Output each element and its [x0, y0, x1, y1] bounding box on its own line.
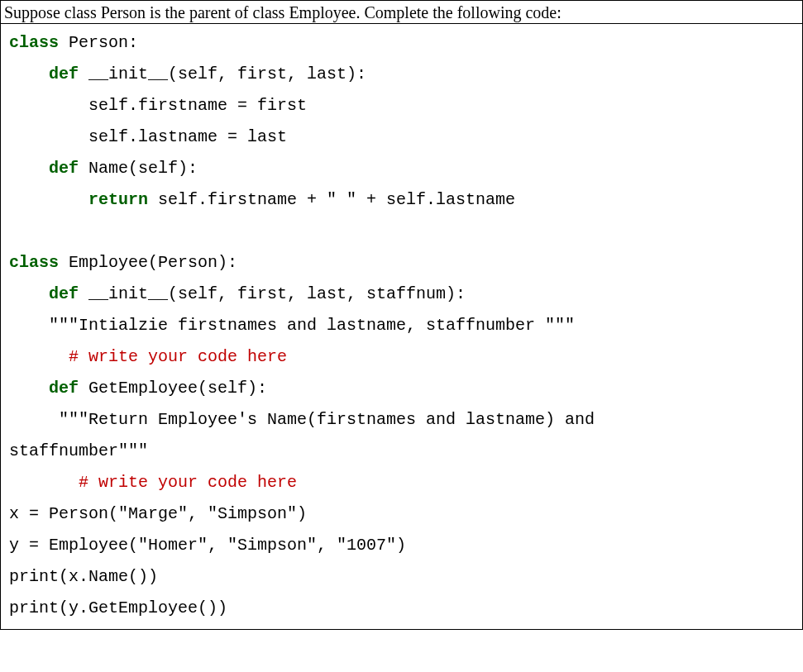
- keyword-class: class: [9, 253, 59, 272]
- code-text: GetEmployee(self):: [79, 379, 267, 398]
- code-text: self.firstname = first: [9, 96, 307, 115]
- keyword-class: class: [9, 33, 59, 52]
- docstring: """Intialzie firstnames and lastname, st…: [9, 316, 575, 335]
- code-text: Name(self):: [79, 159, 198, 178]
- code-text: __init__(self, first, last, staffnum):: [79, 284, 466, 303]
- keyword-def: def: [9, 64, 79, 83]
- code-text: __init__(self, first, last):: [79, 64, 366, 83]
- comment: # write your code here: [9, 473, 297, 492]
- code-text: Person:: [59, 33, 138, 52]
- code-block: class Person: def __init__(self, first, …: [0, 23, 803, 630]
- docstring: """Return Employee's Name(firstnames and…: [9, 410, 605, 429]
- code-text: Employee(Person):: [59, 253, 237, 272]
- comment: # write your code here: [9, 347, 287, 366]
- keyword-return: return: [9, 190, 148, 209]
- code-text: print(x.Name()): [9, 567, 158, 586]
- prompt-text: Suppose class Person is the parent of cl…: [0, 0, 803, 23]
- keyword-def: def: [9, 159, 79, 178]
- code-text: self.lastname = last: [9, 127, 287, 146]
- keyword-def: def: [9, 379, 79, 398]
- document-container: Suppose class Person is the parent of cl…: [0, 0, 803, 630]
- code-text: y = Employee("Homer", "Simpson", "1007"): [9, 536, 406, 555]
- code-text: self.firstname + " " + self.lastname: [148, 190, 515, 209]
- docstring: staffnumber""": [9, 441, 148, 460]
- code-text: x = Person("Marge", "Simpson"): [9, 504, 307, 523]
- keyword-def: def: [9, 284, 79, 303]
- code-text: print(y.GetEmployee()): [9, 598, 227, 617]
